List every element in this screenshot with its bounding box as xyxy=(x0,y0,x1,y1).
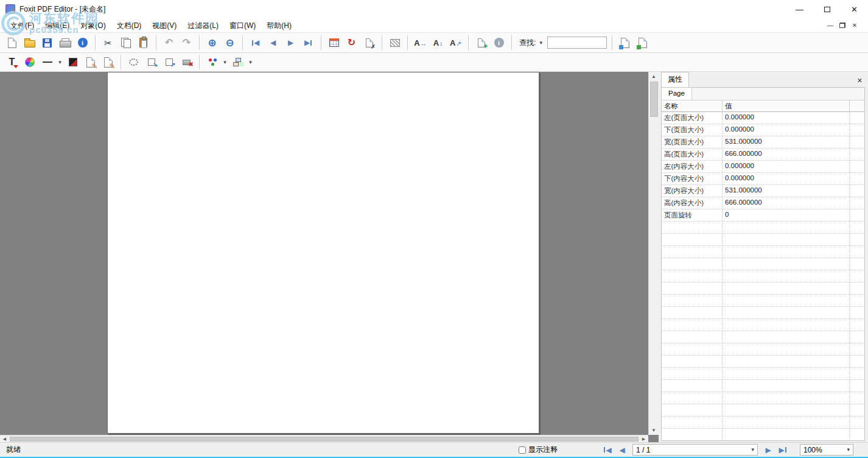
scroll-right-button[interactable]: ▶ xyxy=(639,435,648,442)
property-value: 666.000000 xyxy=(723,149,850,160)
cleanup-tool-button[interactable]: ✖ xyxy=(178,54,195,70)
property-row[interactable]: 下(页面大小) 0.000000 xyxy=(662,124,864,136)
edit-text-button[interactable]: ✎ xyxy=(100,54,116,70)
menu-window[interactable]: 窗口(W) xyxy=(224,18,261,33)
document-info-button[interactable]: i xyxy=(74,35,91,51)
last-page-nav-button[interactable]: ▶ xyxy=(775,444,790,456)
text-fit-vertical-button[interactable]: A↕ xyxy=(430,35,446,51)
text-fit-horizontal-button[interactable]: A↔ xyxy=(412,35,429,51)
delete-page-button[interactable]: ✗ xyxy=(361,35,377,51)
scroll-up-button[interactable]: ▲ xyxy=(649,72,659,81)
undo-button[interactable]: ↶ xyxy=(161,35,177,51)
paste-button[interactable] xyxy=(135,35,152,51)
open-button[interactable] xyxy=(21,35,38,51)
arrow-up-icon: ▲ xyxy=(651,74,656,79)
chevron-down-icon: ▾ xyxy=(223,60,226,65)
copy-button[interactable] xyxy=(117,35,134,51)
property-row[interactable]: 宽(页面大小) 531.000000 xyxy=(662,136,864,149)
minimize-button[interactable]: — xyxy=(786,0,813,18)
find-next-button[interactable] xyxy=(634,35,651,51)
property-row[interactable]: 高(内容大小) 666.000000 xyxy=(662,197,864,210)
property-row[interactable]: 宽(内容大小) 531.000000 xyxy=(662,185,864,197)
zoom-out-button[interactable]: ⊖ xyxy=(222,35,238,51)
edit-object-button[interactable]: ✎ xyxy=(82,54,99,70)
color-swatch-icon xyxy=(208,58,217,66)
previous-page-nav-button[interactable]: ◀ xyxy=(615,444,629,456)
first-page-nav-button[interactable]: ◀ xyxy=(600,444,615,456)
menu-object[interactable]: 对象(O) xyxy=(75,18,111,33)
color-picker-button[interactable] xyxy=(21,54,38,70)
properties-panel-title[interactable]: 属性 xyxy=(661,72,689,87)
text-tool-button[interactable]: T xyxy=(4,54,20,70)
cut-button[interactable]: ✂ xyxy=(100,35,116,51)
text-fit-scale-button[interactable]: A↗ xyxy=(447,35,464,51)
align-objects-dropdown[interactable]: ▾ xyxy=(247,54,254,70)
find-previous-button[interactable] xyxy=(617,35,633,51)
menu-edit[interactable]: 编辑(E) xyxy=(40,18,75,33)
previous-page-button[interactable]: ◀ xyxy=(265,35,281,51)
zoom-in-button[interactable]: ⊕ xyxy=(204,35,220,51)
find-input[interactable] xyxy=(547,37,607,49)
last-page-button[interactable]: ▶ xyxy=(300,35,317,51)
fill-style-button[interactable] xyxy=(65,54,81,70)
status-bar: 就绪 显示注释 ◀ ◀ 1 / 1 ▾ ▶ ▶ 100% ▾ xyxy=(0,442,868,457)
redo-button[interactable]: ↷ xyxy=(178,35,195,51)
show-annotations-toggle[interactable]: 显示注释 xyxy=(519,445,558,455)
hatch-icon xyxy=(390,39,400,47)
print-button[interactable] xyxy=(57,35,73,51)
menu-filter[interactable]: 过滤器(L) xyxy=(182,18,224,33)
show-annotations-checkbox[interactable] xyxy=(519,446,526,454)
column-header-name[interactable]: 名称 xyxy=(662,100,723,111)
page-indicator-combo[interactable]: 1 / 1 ▾ xyxy=(632,444,758,456)
horizontal-scrollbar-thumb[interactable] xyxy=(10,437,639,442)
lasso-tool-button[interactable] xyxy=(125,54,142,70)
export-object-button[interactable]: ↗ xyxy=(161,54,177,70)
menu-file[interactable]: 文件(F) xyxy=(5,18,40,33)
copy-icon xyxy=(121,38,131,48)
menu-document[interactable]: 文档(D) xyxy=(111,18,147,33)
document-area[interactable]: ▲ ▼ ◀ ▶ xyxy=(0,72,659,442)
first-page-button[interactable]: ◀ xyxy=(247,35,264,51)
page-thumbnails-button[interactable] xyxy=(326,35,342,51)
property-row[interactable]: 左(内容大小) 0.000000 xyxy=(662,161,864,173)
maximize-button[interactable] xyxy=(813,0,841,18)
color-swatch-dropdown[interactable]: ▾ xyxy=(221,54,229,70)
find-options-dropdown[interactable]: ▾ xyxy=(537,35,545,51)
panel-close-button[interactable]: ✕ xyxy=(855,76,865,87)
rotate-page-button[interactable]: ↻ xyxy=(343,35,360,51)
tab-page[interactable]: Page xyxy=(662,88,692,100)
vertical-scrollbar[interactable]: ▲ ▼ xyxy=(648,72,659,435)
property-row[interactable]: 下(内容大小) 0.000000 xyxy=(662,173,864,185)
pdf-page[interactable] xyxy=(107,72,539,434)
close-button[interactable]: ✕ xyxy=(841,0,868,18)
property-row[interactable]: 高(页面大小) 666.000000 xyxy=(662,149,864,161)
color-swatch-button[interactable] xyxy=(204,54,220,70)
property-row[interactable]: 左(页面大小) 0.000000 xyxy=(662,112,864,124)
mdi-minimize-button[interactable]: — xyxy=(824,20,836,30)
align-objects-button[interactable] xyxy=(229,54,246,70)
vertical-scrollbar-thumb[interactable] xyxy=(650,82,658,117)
zoom-combo[interactable]: 100% ▾ xyxy=(800,444,853,456)
line-style-button[interactable] xyxy=(39,54,55,70)
line-style-dropdown[interactable]: ▾ xyxy=(56,54,64,70)
next-page-nav-button[interactable]: ▶ xyxy=(761,444,775,456)
import-object-button[interactable]: ↘ xyxy=(143,54,159,70)
menu-help[interactable]: 帮助(H) xyxy=(261,18,297,33)
save-button[interactable] xyxy=(39,35,55,51)
empty-row xyxy=(662,222,864,234)
horizontal-scrollbar[interactable]: ◀ ▶ xyxy=(0,435,648,442)
property-row[interactable]: 页面旋转 0 xyxy=(662,210,864,222)
next-page-button[interactable]: ▶ xyxy=(282,35,299,51)
mdi-close-button[interactable]: ✕ xyxy=(849,20,861,30)
scroll-left-button[interactable]: ◀ xyxy=(0,435,9,442)
insert-page-button[interactable]: + xyxy=(473,35,489,51)
previous-page-icon: ◀ xyxy=(619,446,625,454)
scroll-down-button[interactable]: ▼ xyxy=(649,426,659,435)
menu-view[interactable]: 视图(V) xyxy=(147,18,182,33)
save-icon xyxy=(43,38,52,48)
mdi-restore-button[interactable] xyxy=(836,20,849,30)
new-document-button[interactable] xyxy=(4,35,20,51)
object-info-button[interactable]: i xyxy=(491,35,507,51)
column-header-value[interactable]: 值 xyxy=(723,100,850,111)
hatch-pattern-button[interactable] xyxy=(387,35,403,51)
